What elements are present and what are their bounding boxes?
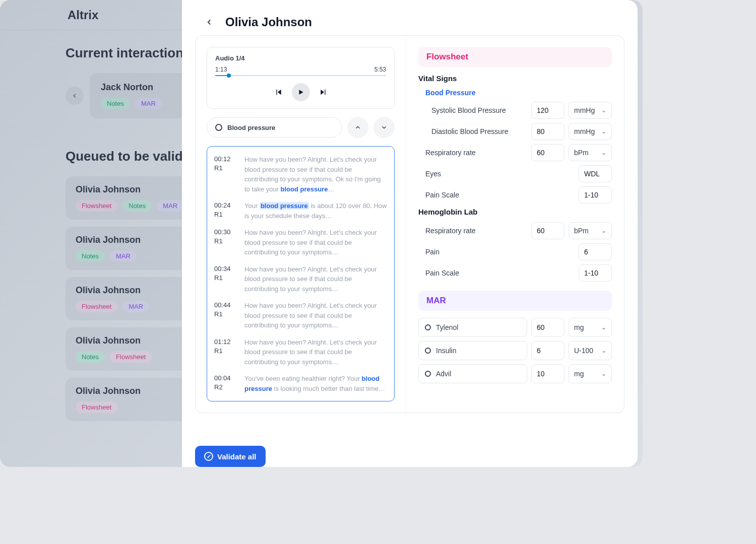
hemo-pain-input[interactable]	[579, 243, 612, 260]
diastolic-row: Diastolic Blood Pressure mmHg⌄	[418, 123, 612, 140]
systolic-row: Systolic Blood Pressure mmHg⌄	[418, 102, 612, 119]
chevron-down-icon: ⌄	[601, 347, 606, 354]
medication-unit-select[interactable]: U-100⌄	[569, 341, 612, 360]
prev-match-button[interactable]	[347, 117, 368, 138]
hemo-resp-row: Respiratory rate bPm⌄	[418, 222, 612, 239]
transcript-meta: 00:04R2	[214, 374, 235, 393]
systolic-input[interactable]	[531, 102, 564, 119]
transcript-row[interactable]: 01:12R1How have you been? Alright. Let's…	[214, 337, 387, 367]
medication-name-input[interactable]: Tylenol	[418, 318, 527, 337]
transcript-column: Audio 1/4 1:13 5:53	[196, 36, 406, 413]
medication-unit-select[interactable]: mg⌄	[569, 318, 612, 337]
medication-dose-input[interactable]	[531, 318, 564, 337]
systolic-unit-select[interactable]: mmHg⌄	[569, 102, 612, 119]
resp-input[interactable]	[531, 144, 564, 161]
content-panel: Audio 1/4 1:13 5:53	[195, 35, 624, 413]
transcript-row[interactable]: 00:34R1How have you been? Alright. Let's…	[214, 264, 387, 294]
record-marker-icon	[425, 324, 431, 330]
skip-forward-icon	[319, 88, 327, 96]
next-match-button[interactable]	[373, 117, 395, 138]
hemo-pain-row: Pain	[418, 243, 612, 260]
hemo-resp-unit-select[interactable]: bPm⌄	[569, 222, 612, 239]
transcript-meta: 00:34R1	[214, 264, 235, 294]
keyword: blood pressure	[260, 202, 309, 210]
transcript-row[interactable]: 00:04R2You've been eating healthier righ…	[214, 374, 387, 393]
validate-all-button[interactable]: ✓ Validate all	[195, 446, 266, 467]
hemo-pain-scale-row: Pain Scale	[418, 264, 612, 282]
diastolic-label: Diastolic Blood Pressure	[431, 127, 527, 135]
transcript-text: How have you been? Alright. Let's check …	[244, 155, 387, 194]
transcript-text: How have you been? Alright. Let's check …	[244, 228, 387, 257]
transcript-meta: 00:44R1	[214, 301, 235, 330]
audio-elapsed: 1:13	[215, 66, 227, 73]
pain-scale-input[interactable]	[579, 186, 612, 203]
medication-name-input[interactable]: Advil	[418, 364, 527, 383]
medication-name-input[interactable]: Insulin	[418, 341, 527, 360]
flowsheet-heading: Flowsheet	[418, 47, 612, 67]
transcript-row[interactable]: 00:44R1How have you been? Alright. Let's…	[214, 301, 387, 330]
filter-row: Blood pressure	[207, 117, 395, 138]
chevron-down-icon	[381, 124, 388, 131]
record-marker-icon	[215, 124, 222, 131]
svg-marker-0	[278, 90, 281, 95]
diastolic-input[interactable]	[531, 123, 564, 140]
skip-forward-button[interactable]	[319, 88, 327, 96]
hemo-pain-scale-input[interactable]	[579, 264, 612, 282]
systolic-label: Systolic Blood Pressure	[431, 106, 527, 114]
audio-label: Audio 1/4	[215, 54, 386, 62]
chevron-down-icon: ⌄	[601, 324, 606, 331]
medication-dose-input[interactable]	[531, 364, 564, 383]
back-button[interactable]	[202, 15, 216, 29]
transcript-row[interactable]: 00:24R1Your blood pressure is about 120 …	[214, 201, 387, 221]
audio-progress-thumb[interactable]	[227, 74, 231, 78]
transcript-text: You've been eating healthier right? Your…	[244, 374, 387, 393]
pain-scale-label: Pain Scale	[425, 191, 575, 199]
transcript-text: How have you been? Alright. Let's check …	[244, 301, 387, 330]
play-button[interactable]	[292, 83, 310, 101]
play-icon	[297, 89, 304, 96]
transcript-meta: 00:30R1	[214, 228, 235, 257]
diastolic-unit-select[interactable]: mmHg⌄	[569, 123, 612, 140]
hemo-pain-scale-label: Pain Scale	[425, 269, 575, 277]
transcript-meta: 01:12R1	[214, 337, 235, 367]
transcript-row[interactable]: 00:30R1How have you been? Alright. Let's…	[214, 228, 387, 257]
keyword: blood pressure	[281, 185, 328, 193]
filter-chip[interactable]: Blood pressure	[207, 117, 342, 138]
chevron-down-icon: ⌄	[601, 107, 606, 114]
medication-unit-select[interactable]: mg⌄	[569, 364, 612, 383]
filter-label: Blood pressure	[227, 124, 275, 131]
transcript-row[interactable]: 00:12R1How have you been? Alright. Let's…	[214, 155, 387, 194]
chevron-down-icon: ⌄	[601, 149, 606, 156]
data-column: Flowsheet Vital Signs Bood Pressure Syst…	[406, 36, 624, 413]
audio-progress[interactable]	[215, 75, 386, 76]
drawer-header: Olivia Johnson	[182, 0, 638, 35]
chevron-down-icon: ⌄	[601, 370, 606, 377]
medication-dose-input[interactable]	[531, 341, 564, 360]
validate-label: Validate all	[217, 452, 257, 461]
hemoglobin-heading: Hemoglobin Lab	[418, 208, 612, 216]
transcript-panel[interactable]: 00:12R1How have you been? Alright. Let's…	[207, 146, 395, 401]
medication-row: InsulinU-100⌄	[418, 341, 612, 360]
audio-time-row: 1:13 5:53	[215, 66, 386, 73]
media-controls	[215, 83, 386, 101]
resp-unit-select[interactable]: bPm⌄	[569, 144, 612, 161]
mar-heading: MAR	[418, 291, 612, 311]
resp-label: Respiratory rate	[425, 149, 527, 157]
transcript-meta: 00:24R1	[214, 201, 235, 221]
vital-signs-heading: Vital Signs	[418, 74, 612, 83]
audio-total: 5:53	[374, 66, 386, 73]
medication-row: Tylenolmg⌄	[418, 318, 612, 337]
drawer-title: Olivia Johnson	[225, 15, 312, 29]
skip-back-button[interactable]	[275, 88, 283, 96]
pain-scale-row: Pain Scale	[418, 186, 612, 203]
hemo-resp-input[interactable]	[531, 222, 564, 239]
patient-drawer: Olivia Johnson Audio 1/4 1:13 5:53	[182, 0, 638, 467]
chevron-left-icon	[205, 18, 214, 27]
record-marker-icon	[425, 371, 431, 377]
transcript-text: How have you been? Alright. Let's check …	[244, 337, 387, 367]
eyes-input[interactable]	[579, 165, 612, 182]
audio-player: Audio 1/4 1:13 5:53	[207, 47, 395, 109]
chevron-up-icon	[354, 124, 361, 131]
medication-row: Advilmg⌄	[418, 364, 612, 383]
chevron-down-icon: ⌄	[601, 128, 606, 135]
